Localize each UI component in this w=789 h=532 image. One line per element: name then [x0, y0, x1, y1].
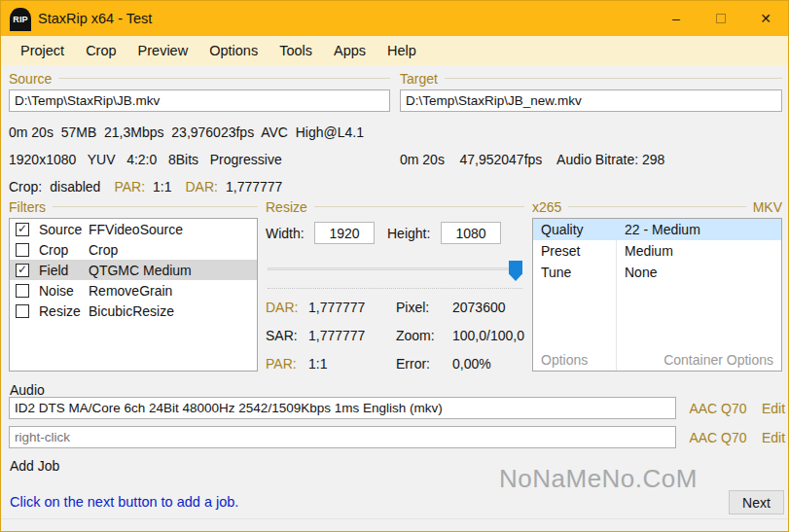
minimize-button[interactable]: – [654, 1, 699, 36]
crop-label: Crop: [9, 179, 42, 195]
filter-value: FFVideoSource [89, 222, 257, 237]
window-title: StaxRip x64 - Test [38, 11, 152, 26]
audio-track-2-codec-link[interactable]: AAC Q70 [683, 430, 753, 445]
window-controls: – ✕ [654, 1, 788, 36]
filter-name: Resize [39, 303, 89, 319]
app-icon: RIP [10, 8, 31, 31]
filter-name: Field [39, 263, 89, 278]
checkbox[interactable] [16, 304, 29, 318]
audio-track-2-input[interactable] [9, 426, 676, 448]
audio-track-1-codec-link[interactable]: AAC Q70 [683, 401, 753, 416]
menu-tools[interactable]: Tools [269, 39, 323, 62]
source-group: Source 0m 20s 57MB 21,3Mbps 23,976023fps… [9, 70, 390, 195]
menu-options[interactable]: Options [198, 39, 269, 62]
checkbox[interactable]: ✓ [16, 264, 29, 277]
source-info-line-1: 0m 20s 57MB 21,3Mbps 23,976023fps AVC Hi… [9, 124, 390, 140]
zoom-value: 100,0/100,0 [452, 328, 524, 343]
filter-name: Noise [39, 283, 89, 299]
audio-track-row-1: AAC Q70 Edit [9, 397, 782, 419]
encoder-settings-list: Quality 22 - Medium Preset Medium Tune N… [532, 218, 782, 372]
container-label[interactable]: MKV [753, 199, 782, 215]
setting-name: Preset [533, 243, 616, 259]
encoder-row-tune[interactable]: Tune None [533, 262, 781, 283]
filter-row-noise[interactable]: Noise RemoveGrain [10, 280, 257, 301]
resize-metrics: DAR: 1,777777 Pixel: 2073600 SAR: 1,7777… [266, 300, 524, 372]
add-job-label: Add Job [10, 458, 59, 474]
minimize-icon: – [672, 11, 680, 26]
close-icon: ✕ [760, 11, 771, 26]
slider-ticks [268, 288, 522, 289]
audio-track-2-edit-link[interactable]: Edit [762, 430, 785, 445]
status-hint-text: Click on the next button to add a job. [10, 494, 238, 510]
maximize-icon [716, 14, 726, 23]
menu-project[interactable]: Project [10, 39, 75, 62]
setting-value: None [616, 265, 781, 280]
filter-value: BicubicResize [89, 303, 257, 319]
divider [1, 518, 788, 519]
filter-row-crop[interactable]: Crop Crop [10, 239, 257, 260]
groupbox-line [445, 78, 782, 79]
target-group-label: Target [400, 71, 438, 87]
menu-crop[interactable]: Crop [75, 39, 126, 62]
dar-value: 1,777777 [308, 300, 396, 315]
filters-group-header: Filters [9, 198, 258, 215]
source-path-input[interactable] [9, 89, 390, 112]
options-link[interactable]: Options [541, 352, 588, 368]
height-label: Height: [387, 226, 441, 241]
error-label: Error: [396, 356, 452, 372]
width-label: Width: [266, 226, 314, 241]
pixel-value: 2073600 [452, 300, 524, 315]
resize-slider[interactable] [266, 265, 524, 286]
container-options-link[interactable]: Container Options [663, 352, 773, 368]
close-button[interactable]: ✕ [743, 1, 788, 36]
width-height-row: Width: Height: [266, 222, 524, 244]
dar-label: DAR: [186, 179, 218, 195]
maximize-button[interactable] [699, 1, 743, 36]
filter-row-resize[interactable]: Resize BicubicResize [10, 301, 257, 321]
encoder-footer: Options Container Options [533, 352, 781, 368]
metric-row-dar: DAR: 1,777777 Pixel: 2073600 [266, 300, 524, 315]
target-info-line: 0m 20s 47,952047fps Audio Bitrate: 298 [400, 152, 782, 167]
filter-row-source[interactable]: ✓ Source FFVideoSource [10, 219, 257, 239]
slider-track[interactable] [268, 267, 522, 270]
par-value: 1:1 [308, 356, 396, 372]
target-path-input[interactable] [400, 89, 782, 112]
checkbox[interactable] [16, 284, 29, 298]
width-input[interactable] [314, 222, 375, 244]
par-label: PAR: [114, 179, 145, 195]
sar-label: SAR: [266, 328, 308, 343]
checkmark-icon: ✓ [18, 264, 27, 275]
staxrip-window: RIP StaxRip x64 - Test – ✕ Project Crop … [0, 0, 789, 532]
main-area: Source 0m 20s 57MB 21,3Mbps 23,976023fps… [1, 65, 788, 531]
next-button[interactable]: Next [729, 490, 784, 514]
title-bar: RIP StaxRip x64 - Test – ✕ [1, 1, 788, 36]
encoder-group: x265 MKV Quality 22 - Medium Preset Medi… [532, 198, 782, 372]
checkmark-icon: ✓ [18, 223, 27, 234]
menu-preview[interactable]: Preview [127, 39, 199, 62]
menu-help[interactable]: Help [377, 39, 427, 62]
height-input[interactable] [441, 222, 501, 244]
resize-group-header: Resize [266, 198, 524, 215]
encoder-row-preset[interactable]: Preset Medium [533, 240, 781, 262]
zoom-label: Zoom: [396, 328, 452, 343]
audio-track-1-edit-link[interactable]: Edit [762, 401, 785, 416]
audio-track-1-input[interactable] [9, 397, 676, 419]
par-value: 1:1 [153, 179, 171, 195]
filters-group: Filters ✓ Source FFVideoSource Crop Crop… [9, 198, 258, 372]
filter-value: RemoveGrain [89, 283, 257, 299]
checkbox[interactable]: ✓ [16, 223, 29, 236]
filter-row-field[interactable]: ✓ Field QTGMC Medium [10, 260, 257, 280]
par-label: PAR: [266, 356, 308, 372]
source-group-header: Source [9, 70, 390, 87]
slider-thumb[interactable] [509, 261, 522, 281]
filter-name: Crop [39, 242, 89, 258]
audio-section-label: Audio [10, 382, 45, 398]
resize-group: Resize Width: Height: DAR: 1,777777 Pixe… [266, 198, 524, 372]
filters-list: ✓ Source FFVideoSource Crop Crop ✓ Field… [9, 218, 258, 372]
menu-apps[interactable]: Apps [323, 39, 377, 62]
encoder-label[interactable]: x265 [532, 199, 561, 215]
metric-row-sar: SAR: 1,777777 Zoom: 100,0/100,0 [266, 328, 524, 343]
encoder-row-quality[interactable]: Quality 22 - Medium [533, 219, 781, 240]
checkbox[interactable] [16, 243, 29, 257]
pixel-label: Pixel: [396, 300, 452, 315]
